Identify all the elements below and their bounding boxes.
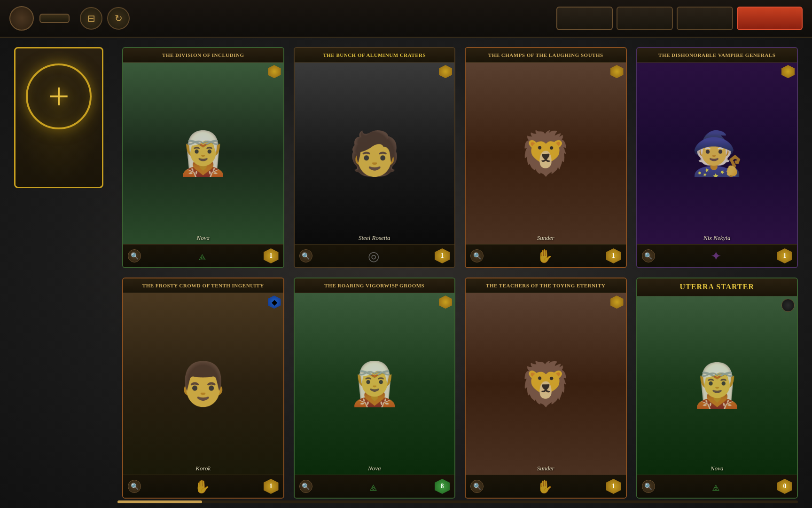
deck-card-card3[interactable]: THE CHAMPS OF THE LAUGHING SOUTHS 🦁 Sund… — [465, 47, 627, 268]
deck-footer: 🔍 ✋ 1 — [466, 244, 626, 267]
deck-footer: 🔍 ⟁ 1 — [123, 244, 283, 267]
search-button[interactable]: 🔍 — [470, 249, 484, 262]
deck-title-text: THE BUNCH OF ALUMINUM CRATERS — [299, 52, 450, 58]
portrait: 🦁 — [466, 63, 626, 244]
faction-symbol: ⟁ — [194, 247, 211, 264]
count-badge: 1 — [606, 248, 621, 263]
deck-card-card5[interactable]: THE FROSTY CROWD OF TENTH INGENUITY 👨 Ko… — [122, 278, 284, 499]
deck-title-card1: THE DIVISION OF INCLUDING — [123, 48, 283, 63]
search-button[interactable]: 🔍 — [642, 249, 655, 262]
search-button[interactable]: 🔍 — [299, 480, 312, 493]
deck-footer: 🔍 ✋ 1 — [123, 475, 283, 498]
refresh-button[interactable]: ↻ — [107, 7, 130, 30]
deck-title-text: THE ROARING VIGORWISP GROOMS — [299, 282, 450, 289]
char-name: Nix Nekyia — [637, 234, 797, 242]
search-button[interactable]: 🔍 — [642, 480, 655, 493]
deck-card-card4[interactable]: THE DISHONORABLE VAMPIRE GENERALS 🧙 Nix … — [636, 47, 798, 268]
deck-footer: 🔍 ✦ 1 — [637, 244, 797, 267]
deck-title-text: THE TEACHERS OF THE TOYING ETERNITY — [470, 282, 621, 289]
header-icons: ⊟ ↻ — [80, 7, 130, 30]
search-button[interactable]: 🔍 — [128, 480, 141, 493]
deck-footer: 🔍 ◎ 1 — [295, 244, 455, 267]
fuse-new-deck-button[interactable]: + — [14, 47, 103, 188]
deck-footer: 🔍 ⟁ 8 — [295, 475, 455, 498]
char-figure: 👨 — [177, 359, 229, 409]
char-name: Korok — [123, 465, 283, 472]
fused-decks-tab[interactable] — [617, 7, 673, 30]
header: ⊟ ↻ — [0, 0, 812, 38]
faction-symbol: ✋ — [536, 247, 553, 264]
faction-symbol: ✋ — [194, 478, 211, 495]
main-content: + THE DIVISION OF INCLUDING 🧝 Nova 🔍 ⟁ 1… — [0, 38, 812, 508]
filter-icon: ⊟ — [87, 13, 95, 24]
deck-image-card7: 🦁 Sunder — [466, 293, 626, 475]
deck-title-text: THE FROSTY CROWD OF TENTH INGENUITY — [128, 282, 279, 289]
faction-symbol: ⟁ — [365, 478, 382, 495]
portrait: 👨 — [123, 293, 283, 475]
deck-card-card2[interactable]: THE BUNCH OF ALUMINUM CRATERS 🧑 Steel Ro… — [294, 47, 456, 268]
count-badge: 1 — [435, 248, 450, 263]
char-name: Sunder — [466, 234, 626, 242]
deck-image-card2: 🧑 Steel Rosetta — [295, 63, 455, 244]
count-badge: 1 — [606, 479, 621, 494]
deck-image-card8: 🧝 Nova — [637, 296, 797, 475]
deck-footer: 🔍 ⟁ 0 — [637, 475, 797, 498]
char-name: Steel Rosetta — [295, 234, 455, 242]
back-button[interactable] — [9, 6, 34, 31]
portrait: 🧑 — [295, 63, 455, 244]
char-name: Nova — [123, 234, 283, 242]
deck-card-card1[interactable]: THE DIVISION OF INCLUDING 🧝 Nova 🔍 ⟁ 1 — [122, 47, 284, 268]
deck-title-card3: THE CHAMPS OF THE LAUGHING SOUTHS — [466, 48, 626, 63]
title-box — [39, 14, 70, 23]
count-badge: 8 — [435, 479, 450, 494]
deck-footer: 🔍 ✋ 1 — [466, 475, 626, 498]
portrait: 🧙 — [637, 63, 797, 244]
count-badge: 1 — [264, 479, 279, 494]
faction-symbol: ✋ — [536, 478, 553, 495]
char-name: Sunder — [466, 465, 626, 472]
count-badge: 0 — [777, 479, 792, 494]
deck-title-card5: THE FROSTY CROWD OF TENTH INGENUITY — [123, 278, 283, 293]
deck-title-card2: THE BUNCH OF ALUMINUM CRATERS — [295, 48, 455, 63]
search-button[interactable]: 🔍 — [299, 249, 312, 262]
search-button[interactable]: 🔍 — [470, 480, 484, 493]
faction-symbol: ✦ — [708, 247, 725, 264]
char-figure: 🧙 — [691, 129, 743, 178]
deck-title-card6: THE ROARING VIGORWISP GROOMS — [295, 278, 455, 293]
deck-card-card8[interactable]: UTERRA STARTER 🧝 Nova 🔍 ⟁ 0 — [636, 278, 798, 499]
count-badge: 1 — [264, 248, 279, 263]
char-figure: 🧝 — [177, 129, 229, 178]
faction-de-tab[interactable] — [677, 7, 733, 30]
deck-title-text: THE DISHONORABLE VAMPIRE GENERALS — [642, 52, 793, 58]
deck-title-text: UTERRA STARTER — [642, 282, 793, 292]
filter-button[interactable]: ⊟ — [80, 7, 102, 30]
deck-title-text: THE DIVISION OF INCLUDING — [128, 52, 279, 58]
char-figure: 🦁 — [519, 359, 572, 409]
portrait: 🧝 — [295, 293, 455, 475]
portrait: 🧝 — [123, 63, 283, 244]
fuse-plus-circle: + — [26, 64, 92, 129]
faction-symbol: ◎ — [365, 247, 382, 264]
deck-image-card4: 🧙 Nix Nekyia — [637, 63, 797, 244]
char-figure: 🧝 — [348, 359, 401, 409]
refresh-icon: ↻ — [115, 13, 123, 24]
deck-card-card6[interactable]: THE ROARING VIGORWISP GROOMS 🧝 Nova 🔍 ⟁ … — [294, 278, 456, 499]
fuse-label — [54, 48, 63, 54]
red-button[interactable] — [737, 7, 803, 30]
card-badge — [781, 299, 795, 312]
char-figure: 🧝 — [691, 361, 743, 410]
char-name: Nova — [295, 465, 455, 472]
plus-icon: + — [48, 78, 69, 115]
portrait: 🦁 — [466, 293, 626, 475]
deck-title-card8: UTERRA STARTER — [637, 278, 797, 296]
deck-title-card7: THE TEACHERS OF THE TOYING ETERNITY — [466, 278, 626, 293]
char-figure: 🦁 — [519, 129, 572, 178]
header-tabs — [556, 7, 803, 30]
deck-image-card6: 🧝 Nova — [295, 293, 455, 475]
search-button[interactable]: 🔍 — [128, 249, 141, 262]
deck-image-card1: 🧝 Nova — [123, 63, 283, 244]
favorites-tab[interactable] — [556, 7, 613, 30]
cards-grid: THE DIVISION OF INCLUDING 🧝 Nova 🔍 ⟁ 1 T… — [122, 47, 798, 499]
deck-title-card4: THE DISHONORABLE VAMPIRE GENERALS — [637, 48, 797, 63]
deck-card-card7[interactable]: THE TEACHERS OF THE TOYING ETERNITY 🦁 Su… — [465, 278, 627, 499]
